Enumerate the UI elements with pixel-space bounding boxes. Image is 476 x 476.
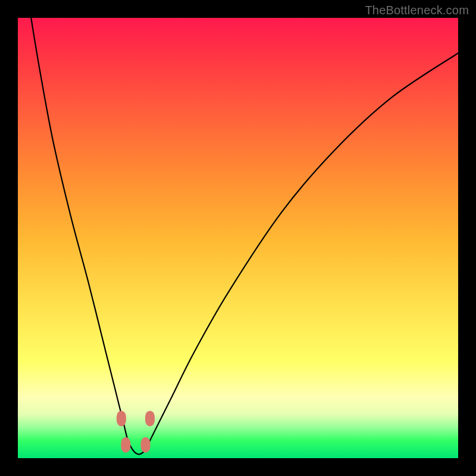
plot-area: [18, 18, 458, 458]
curve-marker: [121, 437, 130, 453]
bottleneck-curve: [18, 18, 458, 458]
curve-marker: [117, 411, 126, 426]
watermark-text: TheBottleneck.com: [365, 4, 469, 17]
curve-marker: [145, 411, 155, 426]
chart-frame: TheBottleneck.com: [0, 0, 476, 476]
marker-group: [117, 411, 155, 452]
curve-path: [31, 18, 458, 455]
curve-marker: [141, 437, 151, 453]
